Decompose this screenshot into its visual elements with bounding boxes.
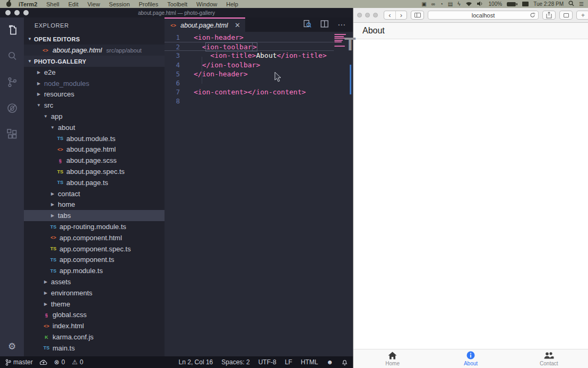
menu-window[interactable]: Window (196, 1, 217, 7)
split-editor-icon[interactable] (321, 20, 328, 30)
tree-file-app.component.spec.ts[interactable]: TSapp.component.spec.ts (24, 243, 165, 255)
cursor-position[interactable]: Ln 2, Col 16 (179, 358, 213, 366)
app-tab-home[interactable]: Home (353, 349, 431, 368)
code-line-2[interactable]: 2 <ion-toolbar> (165, 42, 334, 51)
tree-file-about.page.html[interactable]: <>about.page.html (24, 144, 165, 155)
debug-icon[interactable] (6, 102, 19, 115)
close-window-button[interactable] (357, 13, 362, 17)
tree-file-index.html[interactable]: <>index.html (24, 320, 165, 331)
input-source-icon[interactable] (522, 2, 529, 6)
display-icon[interactable]: ▤ (448, 2, 453, 7)
menu-shell[interactable]: Shell (46, 1, 59, 7)
tree-file-app.component.html[interactable]: <>app.component.html (24, 232, 165, 243)
menu-edit[interactable]: Edit (68, 1, 79, 7)
code-line-7[interactable]: 7<ion-content></ion-content> (165, 87, 334, 97)
notification-center-icon[interactable]: ☰ (579, 2, 584, 7)
tree-folder-about[interactable]: ▼about (24, 122, 165, 133)
more-actions-icon[interactable]: ⋯ (338, 22, 346, 28)
open-preview-icon[interactable] (303, 20, 312, 30)
battery-percent[interactable]: 100% (489, 1, 503, 7)
warning-count[interactable]: ⚠0 (72, 358, 83, 366)
error-count[interactable]: ⊗0 (54, 358, 65, 366)
tree-file-main.ts[interactable]: TSmain.ts (24, 343, 165, 354)
tree-folder-theme[interactable]: ▶theme (24, 299, 165, 310)
tree-folder-environments[interactable]: ▶environments (24, 287, 165, 299)
menu-session[interactable]: Session (109, 1, 129, 7)
explorer-icon[interactable] (6, 24, 19, 37)
tree-file-about.page.spec.ts[interactable]: TSabout.page.spec.ts (24, 166, 165, 177)
app-tab-about[interactable]: About (431, 349, 509, 368)
app-tab-contact[interactable]: Contact (510, 349, 588, 368)
code-line-1[interactable]: 1<ion-header> (165, 33, 334, 42)
source-control-icon[interactable] (6, 76, 19, 89)
tree-folder-node_modules[interactable]: ▶node_modules (24, 78, 165, 89)
tree-folder-e2e[interactable]: ▶e2e (24, 67, 165, 78)
tree-file-about.page.ts[interactable]: TSabout.page.ts (24, 177, 165, 188)
project-section-header[interactable]: ▼ PHOTO-GALLERY (24, 56, 165, 67)
volume-icon[interactable] (477, 1, 484, 7)
tree-file-app-routing.module.ts[interactable]: TSapp-routing.module.ts (24, 221, 165, 232)
close-window-button[interactable] (5, 10, 11, 15)
settings-gear-icon[interactable]: ⚙ (8, 341, 16, 352)
tree-file-app.module.ts[interactable]: TSapp.module.ts (24, 265, 165, 276)
lightning-icon[interactable]: ϟ (457, 2, 460, 7)
tab-overview-button[interactable] (559, 11, 573, 20)
address-bar[interactable]: localhost (428, 11, 539, 20)
vscode-titlebar[interactable]: about.page.html — photo-gallery (0, 8, 353, 17)
minimize-window-button[interactable] (14, 10, 20, 15)
share-button[interactable] (542, 11, 556, 20)
tree-folder-resources[interactable]: ▶resources (24, 89, 165, 100)
scrollbar-decoration[interactable] (350, 65, 351, 94)
menu-iterm2[interactable]: iTerm2 (19, 1, 37, 7)
tree-folder-tabs[interactable]: ▶tabs (24, 210, 165, 221)
tree-folder-src[interactable]: ▼src (24, 100, 165, 111)
refresh-icon[interactable] (530, 12, 535, 19)
indentation[interactable]: Spaces: 2 (221, 358, 249, 366)
zoom-window-button[interactable] (373, 13, 378, 17)
encoding[interactable]: UTF-8 (258, 358, 276, 366)
open-editors-header[interactable]: ▼ OPEN EDITORS (24, 33, 165, 45)
eol[interactable]: LF (285, 358, 292, 366)
code-area[interactable]: 1<ion-header>2 <ion-toolbar>3 <ion-title… (165, 32, 353, 356)
battery-icon[interactable] (507, 2, 517, 6)
tree-folder-contact[interactable]: ▶contact (24, 188, 165, 199)
feedback-smiley-icon[interactable]: ☻ (326, 358, 333, 366)
new-tab-button[interactable]: + (576, 11, 588, 20)
clock-icon[interactable]: ◔ (440, 2, 443, 7)
menu-view[interactable]: View (88, 1, 100, 7)
open-editor-item[interactable]: <> about.page.html src/app/about (24, 45, 165, 56)
tab-close-icon[interactable]: ✕ (235, 21, 240, 29)
wifi-icon[interactable] (465, 1, 472, 7)
language-mode[interactable]: HTML (301, 358, 318, 366)
publish-changes[interactable] (40, 360, 47, 365)
tree-file-karma.conf.js[interactable]: Kkarma.conf.js (24, 331, 165, 343)
code-line-8[interactable]: 8 (165, 97, 334, 106)
back-button[interactable]: ‹ (384, 11, 395, 19)
menu-toolbelt[interactable]: Toolbelt (167, 1, 187, 7)
git-branch[interactable]: master (5, 358, 33, 366)
editor-tab-active[interactable]: <> about.page.html ✕ (165, 17, 245, 32)
menu-profiles[interactable]: Profiles (139, 1, 159, 7)
tree-file-about.page.scss[interactable]: §about.page.scss (24, 155, 165, 166)
tree-file-app.component.ts[interactable]: TSapp.component.ts (24, 255, 165, 266)
tree-folder-app[interactable]: ▼app (24, 111, 165, 122)
code-line-6[interactable]: 6 (165, 78, 334, 87)
menubar-clock[interactable]: Tue 2:28 PM (533, 1, 564, 7)
minimize-window-button[interactable] (365, 13, 370, 17)
tree-file-global.scss[interactable]: §global.scss (24, 310, 165, 321)
screen-icon[interactable]: ▣ (421, 2, 426, 7)
menu-help[interactable]: Help (226, 1, 238, 7)
forward-button[interactable]: › (395, 11, 407, 19)
code-line-3[interactable]: 3 <ion-title>About</ion-title> (165, 51, 334, 60)
glasses-icon[interactable]: ∞ (431, 2, 435, 7)
tree-folder-assets[interactable]: ▶assets (24, 276, 165, 287)
notifications-bell-icon[interactable] (342, 359, 348, 365)
zoom-window-button[interactable] (23, 10, 29, 15)
spotlight-search-icon[interactable] (568, 1, 574, 7)
sidebar-toggle-button[interactable] (411, 11, 424, 20)
tree-file-about.module.ts[interactable]: TSabout.module.ts (24, 133, 165, 144)
code-line-5[interactable]: 5</ion-header> (165, 69, 334, 78)
code-line-4[interactable]: 4 </ion-toolbar> (165, 60, 334, 69)
extensions-icon[interactable] (6, 128, 19, 141)
search-icon[interactable] (6, 50, 19, 63)
